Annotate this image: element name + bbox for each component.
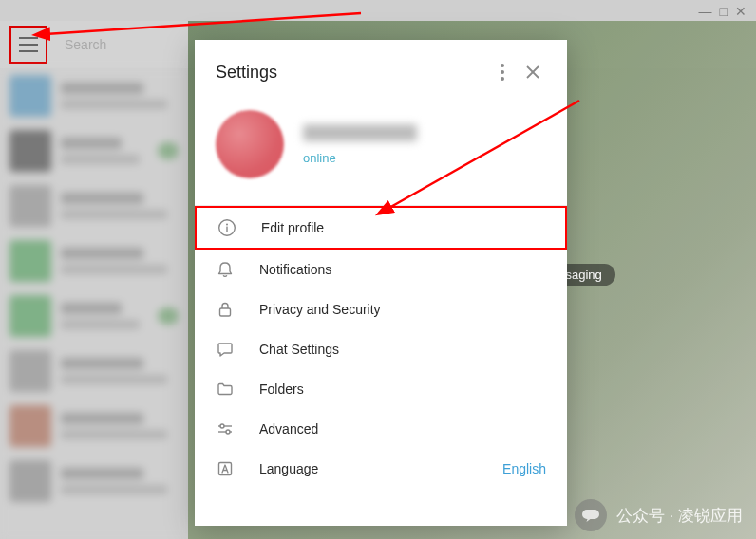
menu-label: Edit profile xyxy=(261,220,324,235)
settings-header: Settings xyxy=(195,40,567,101)
watermark-text: 公众号 · 凌锐应用 xyxy=(616,505,743,527)
menu-item-chat-settings[interactable]: Chat Settings xyxy=(195,329,567,369)
svg-point-15 xyxy=(226,430,230,434)
chat-icon xyxy=(216,340,235,359)
menu-label: Advanced xyxy=(259,421,318,437)
watermark: 公众号 · 凌锐应用 xyxy=(575,499,743,531)
language-icon xyxy=(216,459,235,478)
user-name xyxy=(303,124,417,141)
lock-icon xyxy=(216,300,235,319)
menu-label: Folders xyxy=(259,381,304,397)
menu-label: Notifications xyxy=(259,262,331,277)
menu-item-notifications[interactable]: Notifications xyxy=(195,250,567,289)
menu-item-folders[interactable]: Folders xyxy=(195,369,567,409)
kebab-icon xyxy=(501,64,504,81)
settings-dialog: Settings online Edit profile Notificatio… xyxy=(195,40,567,526)
menu-label: Chat Settings xyxy=(259,342,339,357)
close-window-button[interactable]: ✕ xyxy=(735,4,747,21)
sliders-icon xyxy=(216,419,235,438)
menu-item-advanced[interactable]: Advanced xyxy=(195,409,567,449)
language-value: English xyxy=(502,461,546,476)
profile-row[interactable]: online xyxy=(195,101,567,205)
maximize-button[interactable]: □ xyxy=(720,4,728,21)
watermark-icon xyxy=(575,499,607,531)
svg-rect-11 xyxy=(220,308,231,316)
window-controls: — □ ✕ xyxy=(699,0,756,21)
settings-more-button[interactable] xyxy=(487,57,518,87)
menu-item-edit-profile[interactable]: Edit profile xyxy=(195,206,567,250)
avatar xyxy=(216,110,284,178)
svg-point-4 xyxy=(501,70,504,74)
settings-menu: Edit profile Notifications Privacy and S… xyxy=(195,205,567,489)
info-icon xyxy=(217,218,236,237)
settings-title: Settings xyxy=(216,63,487,83)
menu-item-privacy[interactable]: Privacy and Security xyxy=(195,289,567,329)
svg-point-9 xyxy=(226,223,228,225)
minimize-button[interactable]: — xyxy=(699,4,712,21)
svg-rect-10 xyxy=(226,227,227,232)
settings-close-button[interactable] xyxy=(518,57,548,87)
bell-icon xyxy=(216,260,235,279)
menu-label: Language xyxy=(259,461,318,476)
close-icon xyxy=(526,65,539,79)
menu-label: Privacy and Security xyxy=(259,302,381,317)
user-status: online xyxy=(303,151,417,165)
menu-item-language[interactable]: Language English xyxy=(195,449,567,489)
svg-point-3 xyxy=(501,64,504,67)
svg-point-5 xyxy=(501,77,504,81)
svg-point-13 xyxy=(220,424,224,428)
folder-icon xyxy=(216,380,235,399)
